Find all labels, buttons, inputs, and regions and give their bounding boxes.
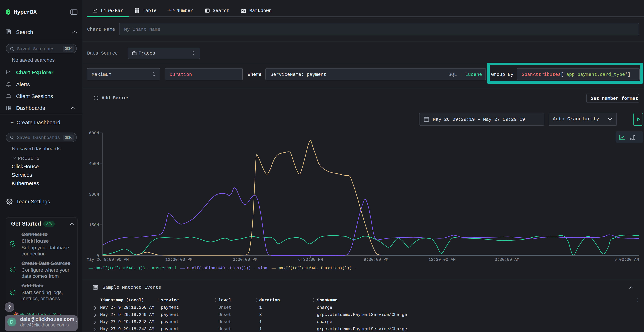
- svg-text:May 26 9:00:00 AM: May 26 9:00:00 AM: [87, 258, 129, 262]
- svg-text:9:30:00 PM: 9:30:00 PM: [364, 258, 388, 262]
- svg-text:6:30:00 PM: 6:30:00 PM: [298, 258, 323, 262]
- svg-text:12:30:00 PM: 12:30:00 PM: [165, 258, 192, 262]
- svg-text:150M: 150M: [89, 223, 99, 228]
- svg-text:3:30:00 AM: 3:30:00 AM: [495, 258, 519, 262]
- svg-text:450M: 450M: [89, 162, 99, 166]
- svg-text:12:30:00 AM: 12:30:00 AM: [428, 258, 456, 262]
- svg-text:600M: 600M: [89, 131, 99, 136]
- svg-text:9:00:00 AM: 9:00:00 AM: [614, 258, 639, 262]
- svg-text:3:30:00 PM: 3:30:00 PM: [233, 258, 258, 262]
- svg-text:300M: 300M: [89, 192, 99, 197]
